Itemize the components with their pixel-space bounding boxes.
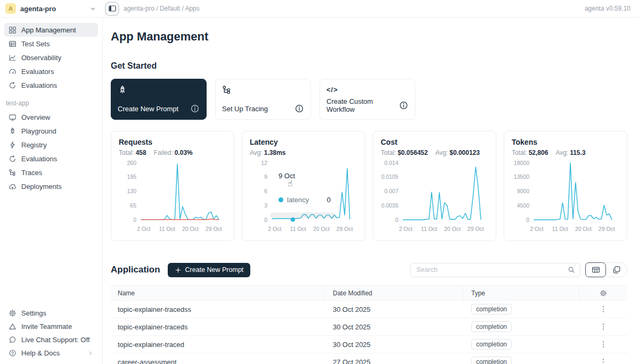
card-view-button[interactable] xyxy=(606,263,627,277)
search-input[interactable] xyxy=(415,266,564,274)
create-custom-workflow-card[interactable]: </> Create Custom Workflow xyxy=(320,79,415,120)
table-view-button[interactable] xyxy=(585,262,606,277)
workspace-name: agenta-pro xyxy=(20,5,85,13)
arrows-cycle-icon xyxy=(9,155,17,163)
app-date-modified: 27 Oct 2025 xyxy=(325,358,463,364)
latency-chart[interactable]: 0369122 Oct11 Oct20 Oct29 Oct xyxy=(250,159,358,235)
sidebar-item-invite-teammate[interactable]: Invite Teammate xyxy=(4,320,98,333)
sidebar-item-evaluators[interactable]: Evaluators xyxy=(4,64,98,78)
sidebar-item-app-management[interactable]: App Management xyxy=(4,23,98,37)
info-icon[interactable] xyxy=(294,104,304,113)
metric-stat: Total:458 xyxy=(119,149,146,156)
app-name: career-assessment xyxy=(111,358,325,364)
info-icon[interactable] xyxy=(190,104,200,113)
metric-title: Requests xyxy=(119,138,226,146)
requests-chart[interactable]: 0651301952602 Oct11 Oct20 Oct29 Oct xyxy=(119,159,227,235)
svg-text:260: 260 xyxy=(127,160,136,166)
top-bar: A agenta-pro agenta-pro / Default / Apps… xyxy=(0,0,639,18)
row-menu-dots-icon[interactable] xyxy=(599,305,608,313)
sidebar-item-test-sets[interactable]: Test Sets xyxy=(4,37,98,51)
svg-text:9000: 9000 xyxy=(517,188,530,194)
app-date-modified: 30 Oct 2025 xyxy=(325,341,463,349)
metric-title: Latency xyxy=(250,138,357,146)
create-new-prompt-button[interactable]: Create New Prompt xyxy=(168,263,251,277)
sidebar-item-app-evaluations[interactable]: Evaluations xyxy=(4,152,98,166)
tree-icon xyxy=(222,85,232,95)
svg-text:20 Oct: 20 Oct xyxy=(313,226,330,232)
sidebar-item-label: Observability xyxy=(21,54,61,62)
svg-text:9: 9 xyxy=(264,173,267,180)
sidebar-item-label: Live Chat Support: Off xyxy=(21,336,89,344)
sidebar-item-label: Registry xyxy=(21,141,47,149)
svg-text:6: 6 xyxy=(264,188,267,194)
card-label: Create New Prompt xyxy=(118,105,178,113)
sidebar-item-observability[interactable]: Observability xyxy=(4,51,98,64)
cost-chart[interactable]: 00.00350.0070.01050.0142 Oct11 Oct20 Oct… xyxy=(381,159,489,235)
sidebar-item-evaluations[interactable]: Evaluations xyxy=(4,78,98,92)
sidebar-item-live-chat-support[interactable]: Live Chat Support: Off xyxy=(4,333,98,346)
type-badge: completion xyxy=(471,339,512,350)
set-up-tracing-card[interactable]: Set Up Tracing xyxy=(215,79,311,120)
tooltip-band xyxy=(270,212,336,218)
sidebar: App Management Test Sets Observability E… xyxy=(0,18,103,364)
app-name: topic-explainer-traced xyxy=(111,341,325,349)
row-menu-dots-icon[interactable] xyxy=(599,358,608,364)
sidebar-collapse-button[interactable] xyxy=(108,4,117,13)
sidebar-item-registry[interactable]: Registry xyxy=(4,138,98,152)
sidebar-item-playground[interactable]: Playground xyxy=(4,124,98,138)
table-row[interactable]: topic-explainer-tracedss 30 Oct 2025 com… xyxy=(111,301,627,318)
table-row[interactable]: topic-explainer-traced 30 Oct 2025 compl… xyxy=(111,336,627,353)
table-row[interactable]: career-assessment 27 Oct 2025 completion xyxy=(111,353,627,364)
metric-title: Tokens xyxy=(512,138,619,146)
row-menu-dots-icon[interactable] xyxy=(599,322,608,331)
sidebar-item-traces[interactable]: Traces xyxy=(4,166,98,179)
svg-text:0.007: 0.007 xyxy=(384,188,398,194)
sidebar-item-label: Overview xyxy=(21,113,50,121)
metrics-row: Requests Total:458 Failed:0.03% 06513019… xyxy=(111,131,627,241)
search-icon[interactable] xyxy=(568,266,575,274)
svg-text:4500: 4500 xyxy=(517,202,530,209)
workspace-selector[interactable]: A agenta-pro xyxy=(0,3,103,14)
cards-view-icon xyxy=(612,266,621,274)
sidebar-item-help-docs[interactable]: Help & Docs xyxy=(4,346,98,360)
metric-stat: Avg:$0.000123 xyxy=(435,149,480,156)
tokens-chart[interactable]: 04500900013500180002 Oct11 Oct20 Oct29 O… xyxy=(512,159,620,235)
svg-text:0: 0 xyxy=(526,217,529,223)
sidebar-item-deployments[interactable]: Deployments xyxy=(4,179,98,193)
monitor-icon xyxy=(9,113,17,121)
create-new-prompt-card[interactable]: Create New Prompt xyxy=(111,79,207,120)
sidebar-item-overview[interactable]: Overview xyxy=(4,110,98,124)
column-settings-gear-icon[interactable] xyxy=(600,289,607,297)
get-started-heading: Get Started xyxy=(111,61,627,71)
svg-text:0: 0 xyxy=(395,217,398,223)
svg-text:11 Oct: 11 Oct xyxy=(421,226,437,232)
click-highlight-ring xyxy=(105,2,119,16)
sidebar-item-label: Help & Docs xyxy=(21,349,60,357)
requests-metric-card: Requests Total:458 Failed:0.03% 06513019… xyxy=(111,131,234,241)
svg-text:20 Oct: 20 Oct xyxy=(444,226,461,232)
info-icon[interactable] xyxy=(399,101,408,110)
svg-text:0: 0 xyxy=(264,217,267,223)
svg-text:65: 65 xyxy=(130,202,136,209)
svg-text:3: 3 xyxy=(264,202,267,209)
table-row[interactable]: topic-explainer-traceds 30 Oct 2025 comp… xyxy=(111,318,627,336)
sidebar-item-settings[interactable]: Settings xyxy=(4,307,98,320)
column-header-name: Name xyxy=(111,286,325,300)
svg-text:0.0035: 0.0035 xyxy=(381,202,398,209)
row-menu-dots-icon[interactable] xyxy=(599,340,608,349)
rocket-icon xyxy=(9,127,17,135)
gear-icon xyxy=(9,309,17,317)
cost-metric-card: Cost Total:$0.056452 Avg:$0.000123 00.00… xyxy=(373,131,496,241)
card-label: Set Up Tracing xyxy=(222,105,268,113)
svg-text:29 Oct: 29 Oct xyxy=(468,226,484,232)
question-icon xyxy=(9,349,17,357)
tokens-metric-card: Tokens Total:52,806 Avg:115.3 0450090001… xyxy=(504,131,627,241)
sidebar-item-label: Evaluators xyxy=(21,68,54,76)
table-header-row: Name Date Modified Type xyxy=(111,285,627,301)
get-started-cards: Create New Prompt Set Up Tracing </> Cre… xyxy=(111,79,627,120)
app-version: agenta v0.59.10 xyxy=(585,5,639,12)
workspace-avatar: A xyxy=(5,3,16,14)
metric-stat: Avg:115.3 xyxy=(555,149,585,156)
svg-text:2 Oct: 2 Oct xyxy=(268,226,281,232)
table-view-icon xyxy=(592,266,600,274)
